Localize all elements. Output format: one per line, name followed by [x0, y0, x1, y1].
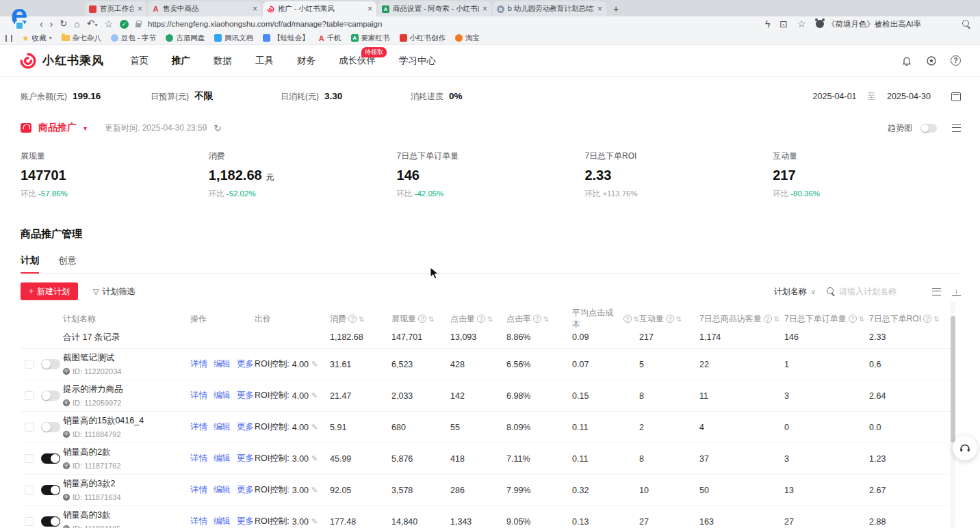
campaign-name[interactable]: 销量高的3款2	[63, 479, 115, 488]
search-field-select[interactable]: 计划名称∨	[774, 286, 816, 298]
nav-item-learning-center[interactable]: 学习中心	[399, 55, 436, 67]
browser-tab[interactable]: 首页工作台 ×	[85, 1, 146, 16]
undo-icon[interactable]: ↶▾	[87, 18, 98, 30]
bookmark-item[interactable]: 小红书创作	[400, 34, 446, 43]
date-range-picker[interactable]: 2025-04-01 至 2025-04-30	[813, 91, 961, 103]
row-checkbox[interactable]	[25, 517, 34, 526]
close-icon[interactable]: ×	[368, 5, 372, 12]
favorites-menu[interactable]: ★收藏▾	[22, 34, 52, 43]
more-link[interactable]: 更多	[237, 421, 254, 433]
bookmark-item[interactable]: 杂七杂八	[62, 34, 101, 43]
col-engagement[interactable]: 互动量?⇅	[639, 313, 699, 325]
campaign-name[interactable]: 提示的潜力商品	[63, 384, 123, 394]
edit-link[interactable]: 编辑	[214, 484, 231, 496]
col-clicks[interactable]: 点击量?⇅	[450, 313, 506, 325]
edit-link[interactable]: 编辑	[214, 453, 231, 464]
col-visitors-7d[interactable]: 7日总商品访客量?⇅	[699, 313, 784, 325]
search-icon[interactable]	[827, 287, 835, 295]
detail-link[interactable]: 详情	[190, 484, 207, 496]
promotion-type-select[interactable]: 商品推广	[38, 122, 77, 134]
search-icon[interactable]	[962, 20, 970, 28]
row-checkbox[interactable]	[25, 486, 34, 494]
url-text[interactable]: https://chengfeng.xiaohongshu.com/cf/ad/…	[148, 20, 758, 28]
detail-link[interactable]: 详情	[190, 516, 207, 527]
detail-link[interactable]: 详情	[190, 453, 207, 464]
close-icon[interactable]: ×	[482, 5, 487, 12]
campaign-name[interactable]: 销量高的3款	[63, 510, 110, 520]
extension-notice[interactable]: 《荷塘月色》被检出高AI率	[816, 19, 921, 29]
trend-chart-toggle[interactable]	[920, 124, 937, 133]
bookmark-item[interactable]: 腾讯文档	[214, 34, 253, 43]
home-icon[interactable]: ⌂	[74, 19, 79, 29]
more-link[interactable]: 更多	[237, 390, 254, 401]
row-checkbox[interactable]	[25, 360, 34, 369]
col-ctr[interactable]: 点击率?⇅	[506, 313, 572, 325]
calendar-icon[interactable]	[951, 92, 961, 101]
download-icon[interactable]: ↓	[952, 287, 961, 296]
col-cost[interactable]: 消费?⇅	[330, 313, 391, 325]
bookmarks-panel-icon[interactable]	[5, 35, 12, 42]
browser-tab-active[interactable]: 推广 - 小红书乘风 ×	[263, 1, 376, 16]
browser-logo-icon[interactable]: e	[3, 0, 36, 31]
edit-link[interactable]: 编辑	[214, 421, 231, 433]
edit-link[interactable]: 编辑	[214, 390, 231, 401]
edit-link[interactable]: 编辑	[214, 516, 231, 527]
campaign-name[interactable]: 销量高的2款	[63, 447, 110, 457]
plan-search-input[interactable]	[839, 287, 921, 296]
nav-item-promotion[interactable]: 推广	[172, 55, 190, 67]
campaign-toggle[interactable]	[41, 485, 60, 495]
campaign-toggle[interactable]	[41, 422, 60, 432]
campaign-toggle[interactable]	[41, 453, 60, 464]
nav-item-data[interactable]: 数据	[214, 55, 232, 67]
star-icon[interactable]: ☆	[797, 19, 806, 29]
bell-icon[interactable]	[901, 55, 912, 66]
close-icon[interactable]: ×	[138, 5, 142, 12]
col-orders-7d[interactable]: 7日总下单订单量?⇅	[784, 313, 869, 325]
customer-service-button[interactable]	[953, 436, 977, 460]
row-checkbox[interactable]	[25, 391, 34, 400]
nav-item-growth-partner[interactable]: 成长伙伴待领取	[339, 55, 376, 67]
nav-item-home[interactable]: 首页	[130, 55, 149, 67]
edit-link[interactable]: 编辑	[214, 358, 231, 370]
tab-creative[interactable]: 创意	[58, 254, 77, 273]
campaign-name[interactable]: 销量高的15款0416_4	[63, 416, 144, 425]
bookmark-item[interactable]: 淘宝	[455, 34, 480, 43]
bookmark-item[interactable]: 豆包 - 字节	[111, 34, 156, 43]
screenshot-icon[interactable]: ⊡	[779, 19, 788, 29]
date-start[interactable]: 2025-04-01	[813, 92, 857, 101]
browser-tab[interactable]: A 商品设置 - 阿奇索 - 小红书自动 ×	[378, 1, 491, 16]
more-link[interactable]: 更多	[237, 358, 254, 370]
campaign-toggle[interactable]	[41, 391, 60, 401]
edit-bid-icon[interactable]: ✎	[311, 454, 318, 463]
bookmark-item[interactable]: A要家红书	[351, 34, 390, 43]
edit-bid-icon[interactable]: ✎	[311, 360, 318, 369]
bookmark-item[interactable]: 古厝网盘	[166, 34, 205, 43]
new-plan-button[interactable]: +新建计划	[21, 282, 78, 300]
detail-link[interactable]: 详情	[190, 358, 207, 370]
browser-tab[interactable]: A 售卖中商品 ×	[148, 1, 261, 16]
detail-link[interactable]: 详情	[190, 421, 207, 433]
chevron-down-icon[interactable]: ▾	[83, 124, 87, 132]
column-settings-icon[interactable]	[932, 288, 941, 295]
bookmark-item[interactable]: 【蛙蛙会】	[263, 34, 309, 43]
back-icon[interactable]: ‹	[40, 19, 43, 29]
more-link[interactable]: 更多	[237, 453, 254, 464]
brand-logo[interactable]: 小红书乘风	[19, 52, 104, 70]
edit-bid-icon[interactable]: ✎	[311, 486, 318, 494]
bookmark-item[interactable]: A千机	[319, 34, 341, 43]
lightning-icon[interactable]: ϟ	[765, 19, 770, 29]
help-icon[interactable]: ?	[951, 55, 961, 66]
edit-bid-icon[interactable]: ✎	[311, 391, 318, 400]
metrics-settings-icon[interactable]	[952, 124, 961, 132]
member-icon[interactable]	[926, 55, 937, 66]
edit-bid-icon[interactable]: ✎	[311, 423, 318, 432]
more-link[interactable]: 更多	[237, 516, 254, 527]
nav-item-finance[interactable]: 财务	[297, 55, 315, 67]
table-scrollbar[interactable]	[951, 301, 955, 528]
campaign-toggle[interactable]	[41, 516, 60, 527]
campaign-name[interactable]: 截图笔记测试	[63, 353, 114, 362]
row-checkbox[interactable]	[25, 454, 34, 463]
refresh-icon[interactable]: ↻	[214, 123, 221, 133]
detail-link[interactable]: 详情	[190, 390, 207, 401]
reload-icon[interactable]: ↻	[60, 19, 67, 29]
